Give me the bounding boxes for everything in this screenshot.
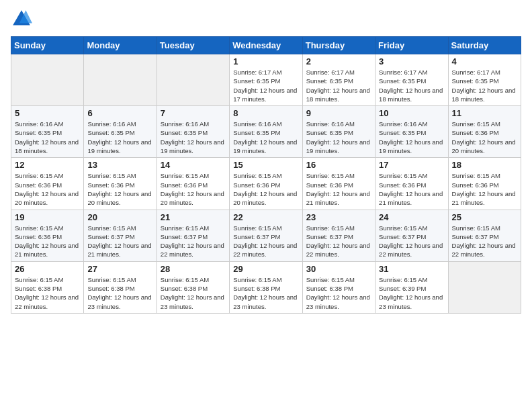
day-number: 2 <box>306 56 371 66</box>
calendar-cell: 16Sunrise: 6:15 AMSunset: 6:36 PMDayligh… <box>302 158 375 210</box>
calendar-header-row: SundayMondayTuesdayWednesdayThursdayFrid… <box>11 37 521 54</box>
day-number: 5 <box>15 108 80 118</box>
day-number: 13 <box>87 160 152 170</box>
calendar-cell: 23Sunrise: 6:15 AMSunset: 6:37 PMDayligh… <box>302 210 375 261</box>
day-info: Sunrise: 6:15 AMSunset: 6:36 PMDaylight:… <box>15 224 80 259</box>
calendar-cell: 3Sunrise: 6:17 AMSunset: 6:35 PMDaylight… <box>375 54 448 106</box>
day-info: Sunrise: 6:15 AMSunset: 6:38 PMDaylight:… <box>161 275 226 311</box>
day-number: 3 <box>379 56 444 66</box>
day-number: 24 <box>379 212 444 222</box>
calendar-week-1: 1Sunrise: 6:17 AMSunset: 6:35 PMDaylight… <box>11 54 521 106</box>
calendar-table: SundayMondayTuesdayWednesdayThursdayFrid… <box>11 36 521 314</box>
day-number: 15 <box>233 160 298 170</box>
day-info: Sunrise: 6:17 AMSunset: 6:35 PMDaylight:… <box>379 68 444 103</box>
day-number: 7 <box>161 108 226 118</box>
day-number: 9 <box>306 108 371 118</box>
day-number: 6 <box>87 108 152 118</box>
day-number: 23 <box>306 212 371 222</box>
day-info: Sunrise: 6:16 AMSunset: 6:35 PMDaylight:… <box>306 120 371 155</box>
day-info: Sunrise: 6:16 AMSunset: 6:35 PMDaylight:… <box>15 120 80 155</box>
calendar-cell: 1Sunrise: 6:17 AMSunset: 6:35 PMDaylight… <box>230 54 302 106</box>
day-header-thursday: Thursday <box>302 37 375 54</box>
day-info: Sunrise: 6:15 AMSunset: 6:38 PMDaylight:… <box>87 275 152 311</box>
day-header-saturday: Saturday <box>448 37 521 54</box>
day-info: Sunrise: 6:15 AMSunset: 6:37 PMDaylight:… <box>306 224 371 259</box>
calendar-week-4: 19Sunrise: 6:15 AMSunset: 6:36 PMDayligh… <box>11 210 521 261</box>
calendar-cell <box>448 261 521 313</box>
calendar-cell: 27Sunrise: 6:15 AMSunset: 6:38 PMDayligh… <box>84 261 157 313</box>
day-number: 21 <box>161 212 226 222</box>
day-info: Sunrise: 6:15 AMSunset: 6:39 PMDaylight:… <box>379 275 444 311</box>
day-info: Sunrise: 6:15 AMSunset: 6:36 PMDaylight:… <box>161 171 226 207</box>
day-info: Sunrise: 6:17 AMSunset: 6:35 PMDaylight:… <box>306 68 371 103</box>
calendar-cell: 14Sunrise: 6:15 AMSunset: 6:36 PMDayligh… <box>157 158 229 210</box>
day-info: Sunrise: 6:15 AMSunset: 6:36 PMDaylight:… <box>87 171 152 207</box>
calendar-cell: 28Sunrise: 6:15 AMSunset: 6:38 PMDayligh… <box>157 261 229 313</box>
day-number: 16 <box>306 160 371 170</box>
day-header-monday: Monday <box>84 37 157 54</box>
day-number: 22 <box>233 212 298 222</box>
day-number: 14 <box>161 160 226 170</box>
calendar-cell: 20Sunrise: 6:15 AMSunset: 6:37 PMDayligh… <box>84 210 157 261</box>
calendar-cell: 22Sunrise: 6:15 AMSunset: 6:37 PMDayligh… <box>230 210 302 261</box>
calendar-cell: 12Sunrise: 6:15 AMSunset: 6:36 PMDayligh… <box>11 158 84 210</box>
day-info: Sunrise: 6:16 AMSunset: 6:35 PMDaylight:… <box>233 120 298 155</box>
day-info: Sunrise: 6:15 AMSunset: 6:38 PMDaylight:… <box>306 275 371 311</box>
calendar-cell: 9Sunrise: 6:16 AMSunset: 6:35 PMDaylight… <box>302 106 375 158</box>
calendar-cell: 17Sunrise: 6:15 AMSunset: 6:36 PMDayligh… <box>375 158 448 210</box>
day-number: 10 <box>379 108 444 118</box>
calendar-cell: 11Sunrise: 6:15 AMSunset: 6:36 PMDayligh… <box>448 106 521 158</box>
day-header-tuesday: Tuesday <box>157 37 229 54</box>
day-number: 26 <box>15 264 80 274</box>
day-info: Sunrise: 6:17 AMSunset: 6:35 PMDaylight:… <box>452 68 517 103</box>
day-info: Sunrise: 6:15 AMSunset: 6:36 PMDaylight:… <box>15 171 80 207</box>
day-number: 31 <box>379 264 444 274</box>
day-info: Sunrise: 6:17 AMSunset: 6:35 PMDaylight:… <box>233 68 298 103</box>
day-info: Sunrise: 6:15 AMSunset: 6:38 PMDaylight:… <box>233 275 298 311</box>
day-info: Sunrise: 6:15 AMSunset: 6:36 PMDaylight:… <box>379 171 444 207</box>
day-info: Sunrise: 6:16 AMSunset: 6:35 PMDaylight:… <box>379 120 444 155</box>
calendar-cell: 8Sunrise: 6:16 AMSunset: 6:35 PMDaylight… <box>230 106 302 158</box>
day-info: Sunrise: 6:15 AMSunset: 6:38 PMDaylight:… <box>15 275 80 311</box>
calendar-week-2: 5Sunrise: 6:16 AMSunset: 6:35 PMDaylight… <box>11 106 521 158</box>
day-number: 1 <box>233 56 298 66</box>
calendar-cell: 2Sunrise: 6:17 AMSunset: 6:35 PMDaylight… <box>302 54 375 106</box>
day-header-wednesday: Wednesday <box>230 37 302 54</box>
day-info: Sunrise: 6:15 AMSunset: 6:36 PMDaylight:… <box>306 171 371 207</box>
header <box>11 8 521 30</box>
day-number: 12 <box>15 160 80 170</box>
day-info: Sunrise: 6:16 AMSunset: 6:35 PMDaylight:… <box>87 120 152 155</box>
day-number: 11 <box>452 108 517 118</box>
day-number: 4 <box>452 56 517 66</box>
page: SundayMondayTuesdayWednesdayThursdayFrid… <box>0 0 532 411</box>
day-number: 17 <box>379 160 444 170</box>
calendar-cell: 13Sunrise: 6:15 AMSunset: 6:36 PMDayligh… <box>84 158 157 210</box>
day-number: 30 <box>306 264 371 274</box>
logo <box>11 8 35 30</box>
day-number: 27 <box>87 264 152 274</box>
calendar-cell: 29Sunrise: 6:15 AMSunset: 6:38 PMDayligh… <box>230 261 302 313</box>
calendar-cell <box>157 54 229 106</box>
calendar-cell <box>11 54 84 106</box>
day-info: Sunrise: 6:15 AMSunset: 6:36 PMDaylight:… <box>452 171 517 207</box>
calendar-cell: 4Sunrise: 6:17 AMSunset: 6:35 PMDaylight… <box>448 54 521 106</box>
day-info: Sunrise: 6:15 AMSunset: 6:37 PMDaylight:… <box>452 224 517 259</box>
day-number: 18 <box>452 160 517 170</box>
calendar-cell: 6Sunrise: 6:16 AMSunset: 6:35 PMDaylight… <box>84 106 157 158</box>
day-number: 20 <box>87 212 152 222</box>
calendar-cell: 25Sunrise: 6:15 AMSunset: 6:37 PMDayligh… <box>448 210 521 261</box>
calendar-cell: 21Sunrise: 6:15 AMSunset: 6:37 PMDayligh… <box>157 210 229 261</box>
calendar-cell: 10Sunrise: 6:16 AMSunset: 6:35 PMDayligh… <box>375 106 448 158</box>
day-number: 8 <box>233 108 298 118</box>
day-number: 28 <box>161 264 226 274</box>
day-number: 19 <box>15 212 80 222</box>
day-info: Sunrise: 6:15 AMSunset: 6:36 PMDaylight:… <box>233 171 298 207</box>
logo-icon <box>11 8 32 30</box>
calendar-cell <box>84 54 157 106</box>
calendar-cell: 19Sunrise: 6:15 AMSunset: 6:36 PMDayligh… <box>11 210 84 261</box>
calendar-cell: 30Sunrise: 6:15 AMSunset: 6:38 PMDayligh… <box>302 261 375 313</box>
calendar-week-3: 12Sunrise: 6:15 AMSunset: 6:36 PMDayligh… <box>11 158 521 210</box>
calendar-cell: 18Sunrise: 6:15 AMSunset: 6:36 PMDayligh… <box>448 158 521 210</box>
day-info: Sunrise: 6:16 AMSunset: 6:35 PMDaylight:… <box>161 120 226 155</box>
day-info: Sunrise: 6:15 AMSunset: 6:37 PMDaylight:… <box>87 224 152 259</box>
